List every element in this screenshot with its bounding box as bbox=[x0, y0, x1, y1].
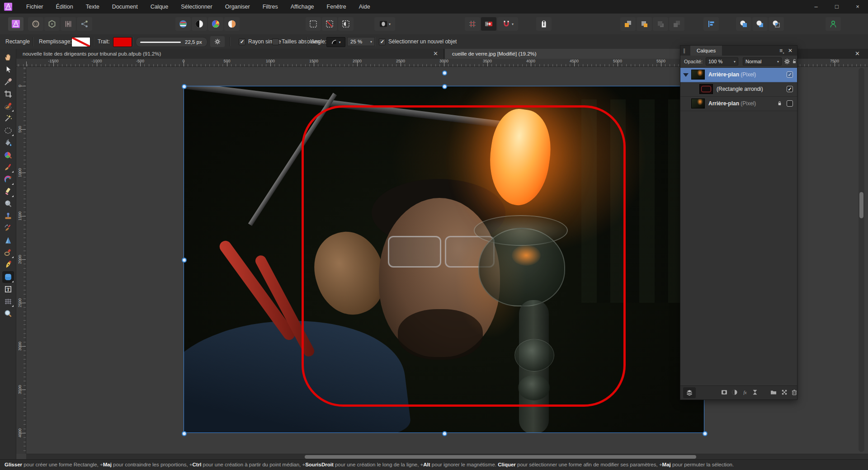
selection-brush-tool[interactable] bbox=[2, 100, 14, 112]
account-icon[interactable] bbox=[826, 17, 841, 31]
menu-fichier[interactable]: Fichier bbox=[20, 0, 50, 14]
bool-intersect-icon[interactable] bbox=[769, 17, 784, 31]
bool-add-icon[interactable] bbox=[736, 17, 751, 31]
rotation-handle[interactable] bbox=[442, 70, 447, 75]
text-tool[interactable]: T bbox=[2, 283, 14, 295]
panel-grip-icon[interactable]: ∥ bbox=[683, 46, 686, 56]
layer-row[interactable]: Arrière-plan (Pixel) bbox=[680, 97, 797, 111]
opacity-dropdown[interactable]: 100 %▾ bbox=[706, 57, 738, 66]
vertical-scrollbar-thumb[interactable] bbox=[859, 192, 863, 218]
corner-style-dropdown[interactable]: ▾ bbox=[326, 37, 345, 47]
adjust-levels-icon[interactable] bbox=[175, 17, 191, 31]
mask-button-icon[interactable]: ▾ bbox=[374, 17, 395, 31]
stroke-swatch[interactable] bbox=[113, 37, 132, 47]
menu-affichage[interactable]: Affichage bbox=[284, 0, 321, 14]
maximize-button[interactable]: □ bbox=[826, 0, 847, 14]
blur-tool[interactable] bbox=[2, 198, 14, 210]
view-tool[interactable] bbox=[2, 52, 14, 63]
lock-icon[interactable] bbox=[777, 100, 782, 106]
invert-selection-icon[interactable] bbox=[338, 17, 354, 31]
group-folder-icon[interactable] bbox=[770, 389, 777, 396]
layer-thumbnail[interactable] bbox=[691, 99, 705, 108]
adjust-white-balance-icon[interactable] bbox=[224, 17, 240, 31]
rounded-rectangle-shape[interactable] bbox=[302, 105, 626, 407]
move-tool[interactable] bbox=[2, 64, 14, 75]
menu-edition[interactable]: Édition bbox=[50, 0, 80, 14]
close-icon[interactable]: ✕ bbox=[433, 49, 438, 59]
corner-radius-dropdown[interactable]: 25 %▾ bbox=[347, 37, 375, 46]
layer-visibility-checkbox[interactable] bbox=[787, 100, 793, 107]
close-icon[interactable]: ✕ bbox=[855, 49, 860, 59]
gear-icon[interactable] bbox=[783, 58, 791, 65]
assistant-icon[interactable] bbox=[536, 17, 552, 31]
mesh-warp-tool[interactable] bbox=[2, 296, 14, 307]
app-logo-button-icon[interactable] bbox=[8, 17, 24, 31]
layers-stack-icon[interactable] bbox=[683, 387, 696, 398]
menu-fenetre[interactable]: Fenêtre bbox=[321, 0, 353, 14]
mask-icon[interactable] bbox=[721, 389, 728, 396]
flood-fill-tool[interactable] bbox=[2, 137, 14, 149]
document-tab-2[interactable]: cueille de verre.jpg [Modifié] (19.2%) bbox=[445, 49, 698, 59]
document-tab-1[interactable]: nouvelle liste des dirigeants pour tribu… bbox=[16, 49, 444, 59]
delete-icon[interactable] bbox=[791, 389, 798, 396]
zoom-tool[interactable] bbox=[2, 308, 14, 320]
arrange-front-icon[interactable] bbox=[620, 17, 636, 31]
snap-move-icon[interactable] bbox=[481, 17, 496, 31]
minimize-button[interactable]: – bbox=[806, 0, 826, 14]
stroke-width-field[interactable]: 22,5 px bbox=[136, 37, 208, 47]
persona-photo-icon[interactable] bbox=[44, 17, 60, 31]
fill-swatch[interactable] bbox=[71, 37, 90, 47]
selection-marquee-icon[interactable] bbox=[306, 17, 321, 31]
snap-grid-icon[interactable] bbox=[465, 17, 480, 31]
layer-row[interactable]: (Rectangle arrondi)✓ bbox=[680, 82, 797, 97]
blend-mode-dropdown[interactable]: Normal▾ bbox=[743, 57, 782, 66]
paint-brush-tool[interactable] bbox=[2, 161, 14, 173]
vertical-scrollbar[interactable] bbox=[859, 68, 864, 452]
persona-liquify-icon[interactable] bbox=[61, 17, 76, 31]
clone-tool[interactable] bbox=[2, 210, 14, 222]
panel-menu-icon[interactable]: ≡˳ bbox=[779, 46, 784, 56]
pen-tool[interactable] bbox=[2, 259, 14, 271]
menu-texte[interactable]: Texte bbox=[80, 0, 106, 14]
color-picker-tool[interactable] bbox=[2, 76, 14, 88]
menu-calque[interactable]: Calque bbox=[144, 0, 175, 14]
close-button[interactable]: × bbox=[847, 0, 868, 14]
menu-document[interactable]: Document bbox=[106, 0, 144, 14]
fx-icon[interactable]: fx bbox=[741, 389, 749, 396]
layer-visibility-checkbox[interactable]: ✓ bbox=[787, 86, 793, 92]
arrange-forward-icon[interactable] bbox=[637, 17, 652, 31]
crop-tool[interactable] bbox=[2, 88, 14, 100]
layer-row[interactable]: Arrière-plan (Pixel)✓ bbox=[680, 68, 797, 82]
horizontal-scrollbar[interactable] bbox=[26, 454, 868, 459]
hourglass-icon[interactable] bbox=[751, 389, 759, 396]
pixel-tool[interactable] bbox=[2, 174, 14, 185]
erase-tool[interactable] bbox=[2, 186, 14, 197]
adjustment-icon[interactable] bbox=[731, 389, 738, 396]
stroke-width-slider[interactable] bbox=[140, 42, 181, 43]
adjust-hsl-icon[interactable] bbox=[208, 17, 223, 31]
persona-designer-icon[interactable] bbox=[28, 17, 43, 31]
menu-organiser[interactable]: Organiser bbox=[219, 0, 256, 14]
panel-close-icon[interactable]: ✕ bbox=[788, 46, 793, 56]
persona-export-icon[interactable] bbox=[77, 17, 92, 31]
horizontal-scrollbar-thumb[interactable] bbox=[305, 455, 696, 459]
deselect-icon[interactable] bbox=[322, 17, 337, 31]
adjust-contrast-icon[interactable] bbox=[192, 17, 207, 31]
flood-select-tool[interactable] bbox=[2, 113, 14, 124]
pixel-layer-icon[interactable] bbox=[781, 389, 788, 396]
rectangle-tool[interactable] bbox=[2, 271, 14, 283]
select-new-object-checkbox[interactable]: ✓ Sélectionner un nouvel objet bbox=[379, 34, 457, 49]
document-image[interactable] bbox=[184, 86, 704, 433]
layer-thumbnail[interactable] bbox=[699, 84, 713, 94]
smudge-tool[interactable] bbox=[2, 222, 14, 234]
bool-subtract-icon[interactable] bbox=[752, 17, 768, 31]
expand-arrow-icon[interactable] bbox=[683, 73, 689, 77]
layer-visibility-checkbox[interactable]: ✓ bbox=[787, 71, 793, 78]
alignment-icon[interactable] bbox=[703, 17, 719, 31]
menu-filtres[interactable]: Filtres bbox=[256, 0, 284, 14]
layer-thumbnail[interactable] bbox=[691, 70, 705, 80]
vector-brush-tool[interactable] bbox=[2, 247, 14, 258]
menu-selectionner[interactable]: Sélectionner bbox=[175, 0, 219, 14]
dodge-tool[interactable] bbox=[2, 235, 14, 246]
menu-aide[interactable]: Aide bbox=[353, 0, 377, 14]
